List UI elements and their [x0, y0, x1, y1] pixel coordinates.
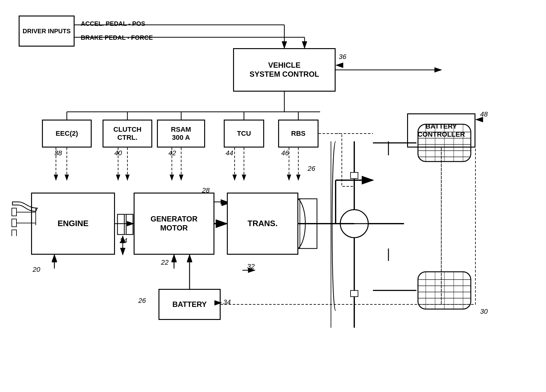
svg-rect-50 — [126, 214, 133, 235]
engine-box: ENGINE — [31, 193, 115, 255]
svg-rect-44 — [12, 219, 16, 227]
generator-motor-box: GENERATORMOTOR — [134, 193, 214, 255]
vehicle-system-control-box: VEHICLESYSTEM CONTROL — [233, 48, 336, 92]
label-30: 30 — [480, 308, 488, 316]
svg-point-54 — [340, 210, 368, 238]
label-26-right: 26 — [308, 165, 315, 173]
tcu-box: TCU — [224, 120, 264, 148]
svg-rect-57 — [351, 172, 358, 179]
driver-inputs-box: DRIVER INPUTS — [19, 16, 75, 47]
trans-box: TRANS. — [227, 193, 298, 255]
label-36: 36 — [339, 53, 346, 61]
label-24: 24 — [120, 237, 127, 245]
svg-rect-45 — [12, 230, 16, 236]
label-20: 20 — [33, 266, 40, 274]
label-48: 48 — [480, 110, 488, 118]
label-40: 40 — [114, 149, 122, 157]
rbs-box: RBS — [278, 120, 319, 148]
label-26-left: 26 — [138, 297, 146, 305]
label-44: 44 — [226, 149, 233, 157]
brake-pedal-label: BRAKE PEDAL - FORCE — [81, 34, 153, 41]
label-38: 38 — [54, 149, 62, 157]
svg-rect-43 — [12, 208, 16, 216]
label-28: 28 — [202, 186, 209, 194]
rsam-box: RSAM300 A — [157, 120, 205, 148]
battery-box: BATTERY — [158, 289, 221, 320]
label-42: 42 — [168, 149, 176, 157]
svg-rect-58 — [351, 290, 358, 297]
accel-pedal-label: ACCEL. PEDAL - POS — [81, 20, 145, 27]
eec2-box: EEC(2) — [42, 120, 92, 148]
svg-rect-49 — [117, 214, 124, 235]
label-46: 46 — [281, 149, 289, 157]
label-32: 32 — [247, 262, 255, 271]
clutch-ctrl-box: CLUTCHCTRL. — [103, 120, 152, 148]
label-22: 22 — [161, 258, 168, 267]
label-34: 34 — [223, 298, 231, 306]
